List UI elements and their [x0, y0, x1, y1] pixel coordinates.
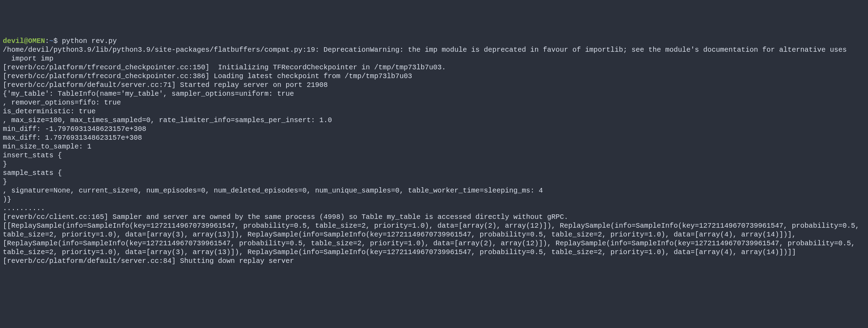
output-line: [[ReplaySample(info=SampleInfo(key=12721…: [3, 221, 865, 257]
prompt-colon: :: [45, 37, 49, 45]
output-line: [reverb/cc/platform/tfrecord_checkpointe…: [3, 63, 865, 72]
output-line: , signature=None, current_size=0, num_ep…: [3, 186, 865, 195]
prompt-host: OMEN: [28, 37, 45, 45]
output-line: , remover_options=fifo: true: [3, 98, 865, 107]
command-text: python rev.py: [62, 37, 117, 45]
prompt-user: devil: [3, 37, 24, 45]
output-line: is_deterministic: true: [3, 107, 865, 116]
output-line: /home/devil/python3.9/lib/python3.9/site…: [3, 45, 865, 54]
output-line: min_diff: -1.7976931348623157e+308: [3, 125, 865, 133]
output-line: max_diff: 1.7976931348623157e+308: [3, 133, 865, 142]
output-line: }: [3, 160, 865, 169]
output-line: insert_stats {: [3, 151, 865, 160]
output-line: )}: [3, 195, 865, 204]
prompt-dollar: $: [53, 37, 58, 45]
output-line: [reverb/cc/client.cc:165] Sampler and se…: [3, 213, 865, 221]
output-line: import imp: [3, 54, 865, 63]
output-line: [reverb/cc/platform/default/server.cc:71…: [3, 81, 865, 89]
output-line: [reverb/cc/platform/default/server.cc:84…: [3, 257, 865, 265]
output-line: ..........: [3, 204, 865, 213]
output-line: sample_stats {: [3, 169, 865, 177]
prompt-line[interactable]: devil@OMEN:~$ python rev.py: [3, 37, 865, 45]
prompt-at: @: [24, 37, 28, 45]
output-line: min_size_to_sample: 1: [3, 142, 865, 151]
output-line: {'my_table': TableInfo(name='my_table', …: [3, 89, 865, 98]
output-line: , max_size=100, max_times_sampled=0, rat…: [3, 116, 865, 125]
prompt-path: ~: [49, 37, 53, 45]
output-line: [reverb/cc/platform/tfrecord_checkpointe…: [3, 72, 865, 81]
output-line: }: [3, 177, 865, 186]
terminal-output: devil@OMEN:~$ python rev.py/home/devil/p…: [3, 37, 865, 265]
